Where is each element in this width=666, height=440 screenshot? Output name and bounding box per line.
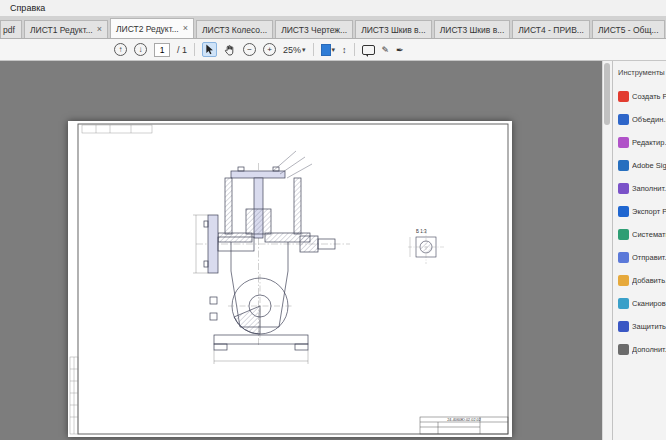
document-tab-active[interactable]: ЛИСТ2 Редукт... × [110, 18, 194, 38]
export-pdf-icon [618, 206, 629, 217]
arrow-down-icon: ↓ [139, 46, 143, 54]
tool-add-comment[interactable]: Добавить... [618, 269, 666, 292]
vertical-scrollbar[interactable] [602, 61, 612, 440]
tool-send[interactable]: Отправит... [618, 246, 666, 269]
arrow-up-icon: ↑ [119, 46, 123, 54]
page-count-label: / 1 [177, 45, 187, 55]
previous-page-button[interactable]: ↑ [114, 43, 127, 56]
comment-icon [362, 45, 375, 55]
zoom-out-button[interactable]: − [243, 43, 256, 56]
tool-protect[interactable]: Защитить [618, 315, 666, 338]
scrollbar-thumb[interactable] [604, 63, 610, 125]
main-view [193, 151, 350, 364]
edit-pdf-icon [618, 137, 629, 148]
tool-more[interactable]: Дополнит... [618, 338, 666, 361]
document-tab[interactable]: ЛИСТ3 Шкив в... [434, 20, 511, 38]
title-block-number: 24-4060Ю.02.02.02 [447, 418, 481, 422]
tool-label: Отправит... [632, 253, 666, 262]
select-tool-button[interactable] [202, 42, 217, 57]
scroll-mode-button[interactable]: ↕ [342, 45, 347, 55]
tool-label: Экспорт P... [632, 207, 666, 216]
page-number-input[interactable] [154, 43, 170, 57]
tool-organize-pages[interactable]: Системати... [618, 223, 666, 246]
sign-button[interactable]: ✒ [396, 45, 404, 55]
tool-label: Объедин... [632, 115, 666, 124]
toolbar-separator [313, 43, 314, 56]
tab-label: ЛИСТ5 - Общ... [598, 25, 659, 35]
tool-adobe-sign[interactable]: Adobe Sig... [618, 154, 666, 177]
tool-scan[interactable]: Сканиров... [618, 292, 666, 315]
create-pdf-icon [618, 91, 629, 102]
tab-label: ЛИСТ4 - ПРИВ... [518, 25, 584, 35]
chevron-down-icon: ▾ [302, 46, 306, 54]
hand-tool-button[interactable] [224, 44, 236, 56]
document-tab-clipped[interactable]: pdf [0, 20, 22, 38]
side-stamp [70, 357, 78, 434]
main-toolbar: ↑ ↓ / 1 − + 25% ▾ ▾ ↕ ✎ ✒ [0, 39, 666, 61]
page-display-dropdown[interactable]: ▾ [321, 44, 336, 56]
protect-icon [618, 321, 629, 332]
tab-label: ЛИСТ3 Колесо... [202, 25, 267, 35]
tool-label: Системати... [632, 230, 666, 239]
main-area: Б 1:3 24-4060Ю. [0, 61, 666, 440]
hand-icon [224, 44, 236, 56]
organize-pages-icon [618, 229, 629, 240]
page-view-icon [321, 44, 331, 56]
add-comment-icon [618, 275, 629, 286]
menu-help[interactable]: Справка [6, 2, 49, 14]
acrobat-window: Справка pdf ЛИСТ1 Редукт... × ЛИСТ2 Реду… [0, 0, 666, 440]
tool-label: Заполнит... [632, 184, 666, 193]
tool-label: Создать P... [632, 92, 666, 101]
add-comment-button[interactable] [362, 45, 375, 55]
tab-label: ЛИСТ3 Чертеж... [281, 25, 347, 35]
tab-label: pdf [3, 25, 15, 35]
chevron-down-icon: ▾ [332, 46, 336, 54]
next-page-button[interactable]: ↓ [134, 43, 147, 56]
tool-combine-files[interactable]: Объедин... [618, 108, 666, 131]
combine-files-icon [618, 114, 629, 125]
close-icon[interactable]: × [183, 24, 188, 33]
tab-label: ЛИСТ3 Шкив в... [440, 25, 505, 35]
highlight-button[interactable]: ✎ [382, 45, 390, 55]
document-tab[interactable]: ЛИСТ3 Чертеж... [275, 20, 353, 38]
drawing-frame [78, 124, 508, 434]
tool-label: Adobe Sig... [632, 161, 666, 170]
tools-panel: Инструменты п... Создать P... Объедин...… [612, 61, 666, 440]
zoom-level-value: 25% [283, 45, 301, 55]
tool-label: Добавить... [632, 276, 666, 285]
tab-label: ЛИСТ3 Шкив в... [361, 25, 426, 35]
minus-icon: − [247, 46, 252, 54]
scroll-icon: ↕ [342, 45, 347, 55]
zoom-level-dropdown[interactable]: 25% ▾ [283, 45, 306, 55]
tool-label: Редактир... [632, 138, 666, 147]
document-tab[interactable]: ЛИСТ5 - Общ... [592, 20, 665, 38]
menu-bar: Справка [0, 0, 666, 16]
document-area: Б 1:3 24-4060Ю. [0, 61, 612, 440]
send-icon [618, 252, 629, 263]
pdf-page: Б 1:3 24-4060Ю. [68, 121, 512, 437]
document-tab-bar: pdf ЛИСТ1 Редукт... × ЛИСТ2 Редукт... × … [0, 16, 666, 39]
tool-create-pdf[interactable]: Создать P... [618, 85, 666, 108]
detail-view: Б 1:3 [408, 229, 444, 264]
document-tab[interactable]: ЛИСТ3 Шкив в... [355, 20, 432, 38]
document-tab[interactable]: ЛИСТ4 - ПРИВ... [512, 20, 590, 38]
tool-label: Защитить [632, 322, 666, 331]
document-tab[interactable]: ЛИСТ1 Редукт... × [24, 20, 108, 38]
scan-icon [618, 298, 629, 309]
cursor-icon [205, 44, 214, 55]
toolbar-separator [354, 43, 355, 56]
tab-label: ЛИСТ2 Редукт... [116, 24, 179, 34]
tool-edit-pdf[interactable]: Редактир... [618, 131, 666, 154]
pencil-icon: ✎ [382, 45, 390, 55]
tool-export-pdf[interactable]: Экспорт P... [618, 200, 666, 223]
pen-icon: ✒ [396, 45, 404, 55]
adobe-sign-icon [618, 160, 629, 171]
toolbar-separator [194, 43, 195, 56]
engineering-drawing: Б 1:3 24-4060Ю. [68, 121, 512, 437]
more-tools-icon [618, 344, 629, 355]
zoom-in-button[interactable]: + [263, 43, 276, 56]
tool-fill-sign[interactable]: Заполнит... [618, 177, 666, 200]
tab-label: ЛИСТ1 Редукт... [30, 25, 93, 35]
close-icon[interactable]: × [97, 25, 102, 34]
document-tab[interactable]: ЛИСТ3 Колесо... [196, 20, 273, 38]
